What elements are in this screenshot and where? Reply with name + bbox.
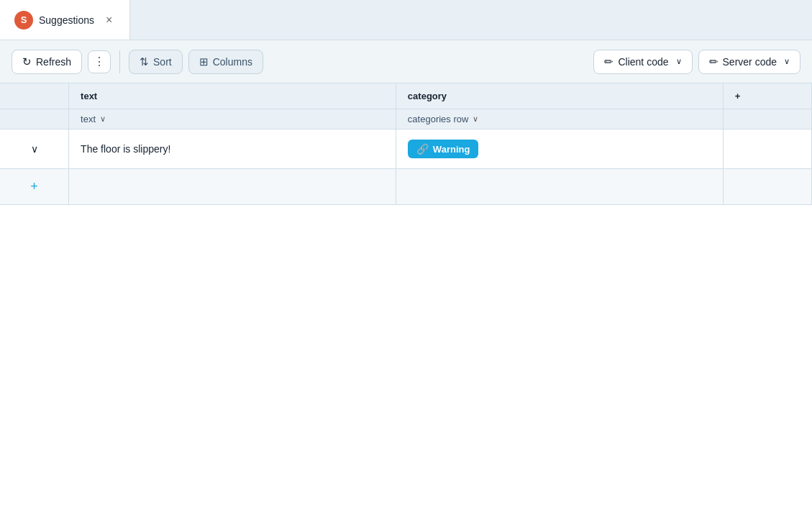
- suggestions-tab[interactable]: S Suggestions ×: [0, 0, 130, 40]
- text-subtype-label: text: [81, 114, 96, 124]
- sort-icon: ⇅: [140, 55, 149, 68]
- text-subtype-chevron-icon: ∨: [100, 114, 106, 124]
- text-subtype-cell[interactable]: text ∨: [69, 109, 396, 130]
- text-subtype-select[interactable]: text ∨: [81, 114, 384, 124]
- server-code-label: Server code: [723, 56, 777, 68]
- server-code-chevron-icon: ∨: [784, 57, 790, 66]
- add-row: +: [0, 169, 812, 205]
- expand-col-header: [0, 83, 69, 109]
- toolbar-divider: [119, 50, 120, 73]
- category-subtype-cell[interactable]: categories row ∨: [396, 109, 723, 130]
- expand-sub-header: [0, 109, 69, 130]
- add-subtype-cell: [723, 109, 811, 130]
- columns-label: Columns: [213, 56, 252, 68]
- table-container: text category + text ∨: [0, 83, 812, 205]
- client-code-button[interactable]: ✏ Client code ∨: [593, 50, 692, 74]
- text-cell[interactable]: The floor is slippery!: [69, 130, 396, 169]
- server-code-pencil-icon: ✏: [709, 55, 719, 68]
- add-row-category-cell: [396, 169, 723, 205]
- more-options-button[interactable]: ⋮: [88, 50, 111, 73]
- add-row-extra-cell: [723, 169, 811, 205]
- toolbar: ↻ Refresh ⋮ ⇅ Sort ⊞ Columns ✏ Client co…: [0, 40, 812, 83]
- warning-badge-label: Warning: [433, 144, 470, 155]
- add-row-button[interactable]: +: [12, 179, 57, 194]
- tab-bar: S Suggestions ×: [0, 0, 812, 40]
- category-col-header: category: [396, 83, 723, 109]
- tab-title: Suggestions: [39, 14, 94, 26]
- client-code-chevron-icon: ∨: [676, 57, 682, 66]
- link-icon: 🔗: [416, 143, 429, 155]
- tab-logo: S: [14, 11, 33, 29]
- category-subtype-select[interactable]: categories row ∨: [408, 114, 711, 124]
- data-table: text category + text ∨: [0, 83, 812, 205]
- add-col-button[interactable]: +: [723, 83, 811, 109]
- columns-icon: ⊞: [199, 55, 209, 68]
- add-row-text-cell: [69, 169, 396, 205]
- server-code-button[interactable]: ✏ Server code ∨: [698, 50, 800, 74]
- refresh-button[interactable]: ↻ Refresh: [12, 50, 82, 74]
- more-dots-icon: ⋮: [93, 55, 105, 68]
- category-cell[interactable]: 🔗 Warning: [396, 130, 723, 169]
- client-code-label: Client code: [618, 56, 668, 68]
- expand-chevron-icon: ∨: [31, 143, 38, 155]
- warning-badge[interactable]: 🔗 Warning: [408, 140, 479, 158]
- column-header-row: text category +: [0, 83, 812, 109]
- columns-button[interactable]: ⊞ Columns: [188, 50, 263, 74]
- text-col-header: text: [69, 83, 396, 109]
- category-subtype-chevron-icon: ∨: [473, 114, 478, 124]
- sort-label: Sort: [153, 56, 172, 68]
- row-extra-cell: [723, 130, 811, 169]
- table-row: ∨ The floor is slippery! 🔗 Warning: [0, 130, 812, 169]
- sub-header-row: text ∨ categories row ∨: [0, 109, 812, 130]
- add-row-expand-cell: +: [0, 169, 69, 205]
- refresh-label: Refresh: [36, 56, 71, 68]
- refresh-icon: ↻: [22, 55, 32, 68]
- row-text-value: The floor is slippery!: [81, 143, 170, 155]
- category-subtype-label: categories row: [408, 114, 469, 124]
- sort-button[interactable]: ⇅ Sort: [129, 50, 183, 74]
- client-code-pencil-icon: ✏: [604, 55, 613, 68]
- row-expand-cell[interactable]: ∨: [0, 130, 69, 169]
- tab-close-button[interactable]: ×: [103, 12, 115, 28]
- toolbar-right: ✏ Client code ∨ ✏ Server code ∨: [593, 50, 800, 74]
